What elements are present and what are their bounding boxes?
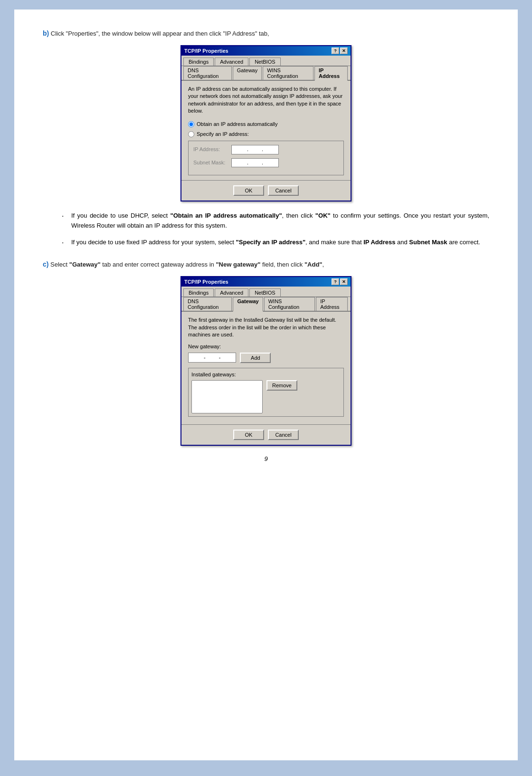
tab-dns-c[interactable]: DNS Configuration: [183, 297, 232, 311]
installed-label: Installed gateways:: [191, 371, 341, 378]
close-button-c[interactable]: ✕: [340, 278, 348, 285]
radio-obtain-b[interactable]: Obtain an IP address automatically: [188, 121, 344, 128]
page-number: 9: [43, 455, 489, 462]
section-b-intro-text: Click "Properties", the window below wil…: [51, 30, 269, 37]
subnet-seg3-b[interactable]: [263, 160, 276, 165]
section-c: c) Select "Gateway" tab and enter correc…: [43, 259, 489, 446]
titlebar-buttons-c: ? ✕: [332, 278, 348, 285]
radio-obtain-input-b[interactable]: [188, 121, 194, 127]
gateway-description: The first gateway in the Installed Gatew…: [188, 316, 344, 338]
radio-specify-input-b[interactable]: [188, 131, 194, 137]
help-button-b[interactable]: ?: [332, 48, 339, 54]
dialog-c-title: TCP/IP Properties: [184, 279, 228, 285]
titlebar-buttons-b: ? ✕: [332, 48, 348, 54]
tab-gateway-b[interactable]: Gateway: [233, 66, 262, 80]
bold-add: "Add": [304, 261, 323, 268]
tab-dns-b[interactable]: DNS Configuration: [183, 66, 232, 80]
tcpip-dialog-b: TCP/IP Properties ? ✕ Bindings Advanced …: [180, 45, 352, 201]
section-b-intro: b) Click "Properties", the window below …: [43, 29, 489, 38]
tab-bindings-b[interactable]: Bindings: [183, 57, 214, 66]
bold-ok: "OK": [315, 212, 331, 219]
bullet-text-1: If you decide to use DHCP, select "Obtai…: [71, 211, 489, 231]
installed-group: Installed gateways: Remove: [188, 368, 344, 417]
bullet-list-b: · If you decide to use DHCP, select "Obt…: [62, 211, 489, 248]
specify-group-b: IP Address: . . Subnet Mask:: [188, 141, 344, 175]
installed-listbox[interactable]: [191, 380, 263, 413]
dialog-c-wrapper: TCP/IP Properties ? ✕ Bindings Advanced …: [43, 276, 489, 446]
bold-specify: "Specify an IP address": [236, 239, 306, 246]
subnet-field-row-b: Subnet Mask: . .: [193, 158, 339, 167]
tabs-row1-b: Bindings Advanced NetBIOS: [181, 56, 351, 66]
close-button-b[interactable]: ✕: [340, 48, 348, 54]
bullet-dot-1: ·: [62, 211, 71, 231]
bullet-dot-2: ·: [62, 238, 71, 248]
subnet-input-b[interactable]: . .: [231, 158, 279, 167]
dialog-b-titlebar: TCP/IP Properties ? ✕: [181, 46, 351, 56]
ok-button-b[interactable]: OK: [233, 185, 264, 196]
tcpip-dialog-c: TCP/IP Properties ? ✕ Bindings Advanced …: [180, 276, 352, 446]
tab-ipaddress-b[interactable]: IP Address: [314, 66, 348, 81]
section-c-intro: c) Select "Gateway" tab and enter correc…: [43, 259, 489, 269]
tab-ipaddress-c[interactable]: IP Address: [316, 297, 348, 311]
bullet-item-1: · If you decide to use DHCP, select "Obt…: [62, 211, 489, 231]
gateway-ip-input[interactable]: - -: [188, 353, 236, 363]
dialog-c-footer: OK Cancel: [181, 424, 351, 445]
add-button-c[interactable]: Add: [240, 353, 271, 363]
page: b) Click "Properties", the window below …: [14, 10, 518, 760]
bullet-text-2: If you decide to use fixed IP address fo…: [71, 238, 489, 248]
dialog-b-title: TCP/IP Properties: [184, 48, 228, 54]
tab-wins-c[interactable]: WINS Configuration: [264, 297, 315, 311]
radio-specify-row-b: Specify an IP address:: [188, 131, 344, 138]
tabs-row2-c: DNS Configuration Gateway WINS Configura…: [181, 297, 351, 312]
ip-field-label-b: IP Address:: [193, 146, 231, 153]
tab-netbios-b[interactable]: NetBIOS: [249, 57, 280, 66]
dialog-c-titlebar: TCP/IP Properties ? ✕: [181, 277, 351, 287]
radio-obtain-label-b: Obtain an IP address automatically: [197, 121, 277, 128]
subnet-seg1-b[interactable]: [234, 160, 247, 165]
bullet-item-2: · If you decide to use fixed IP address …: [62, 238, 489, 248]
section-b-label: b): [43, 29, 49, 37]
tab-netbios-c[interactable]: NetBIOS: [249, 288, 280, 297]
new-gateway-label: New gateway:: [188, 343, 344, 350]
bold-obtain: "Obtain an IP address automatically": [171, 212, 282, 219]
gw-seg3[interactable]: [220, 355, 234, 361]
bold-subnet: Subnet Mask: [409, 239, 447, 246]
tabs-row1-c: Bindings Advanced NetBIOS: [181, 287, 351, 297]
ip-seg2-b[interactable]: [248, 147, 262, 153]
installed-inner: Remove: [191, 380, 341, 413]
bold-ipaddress: IP Address: [363, 239, 395, 246]
help-button-c[interactable]: ?: [332, 278, 339, 285]
ok-button-c[interactable]: OK: [233, 430, 264, 440]
section-c-label: c): [43, 260, 48, 268]
subnet-seg2-b[interactable]: [248, 160, 262, 165]
cancel-button-c[interactable]: Cancel: [268, 430, 299, 440]
gw-seg1[interactable]: [190, 355, 204, 361]
dialog-b-wrapper: TCP/IP Properties ? ✕ Bindings Advanced …: [43, 45, 489, 201]
dialog-b-footer: OK Cancel: [181, 180, 351, 201]
section-b: b) Click "Properties", the window below …: [43, 29, 489, 248]
tabs-row2-b: DNS Configuration Gateway WINS Configura…: [181, 66, 351, 81]
subnet-field-label-b: Subnet Mask:: [193, 159, 231, 166]
radio-specify-label-b: Specify an IP address:: [197, 131, 249, 138]
ip-input-b[interactable]: . .: [231, 145, 279, 154]
ip-field-row-b: IP Address: . .: [193, 145, 339, 154]
bold-new-gateway: "New gateway": [216, 261, 260, 268]
dialog-b-content: An IP address can be automatically assig…: [181, 81, 351, 180]
ip-seg1-b[interactable]: [234, 147, 247, 153]
cancel-button-b[interactable]: Cancel: [268, 185, 299, 196]
tab-advanced-c[interactable]: Advanced: [215, 288, 248, 297]
dialog-c-content: The first gateway in the Installed Gatew…: [181, 312, 351, 424]
dialog-b-description: An IP address can be automatically assig…: [188, 86, 344, 115]
remove-button-c[interactable]: Remove: [266, 380, 297, 391]
gw-seg2[interactable]: [206, 355, 219, 361]
tab-wins-b[interactable]: WINS Configuration: [263, 66, 314, 80]
bold-gateway-tab: "Gateway": [69, 261, 101, 268]
ip-seg3-b[interactable]: [263, 147, 276, 153]
gateway-input-row: - - Add: [188, 353, 344, 363]
tab-gateway-c[interactable]: Gateway: [233, 297, 263, 312]
tab-advanced-b[interactable]: Advanced: [215, 57, 248, 66]
tab-bindings-c[interactable]: Bindings: [183, 288, 214, 297]
